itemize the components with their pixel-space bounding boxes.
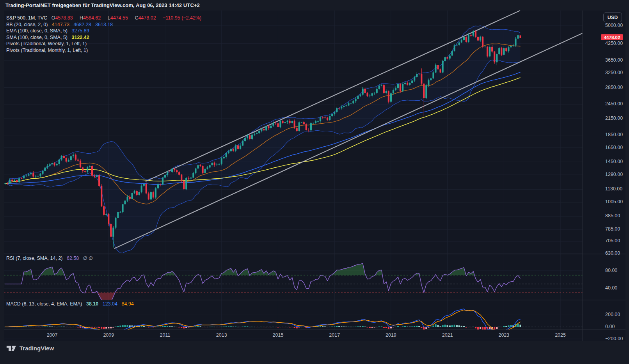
axis-label: 885.00 (605, 213, 620, 218)
tradingview-brand-text[interactable]: TradingView (20, 345, 54, 352)
bb-basis-value: 4147.73 (52, 22, 69, 27)
axis-label: 630.00 (605, 250, 620, 256)
change-value: −110.95 (−2.42%) (163, 15, 201, 21)
chart-canvas[interactable] (0, 0, 629, 364)
axis-label: 1850.00 (605, 132, 623, 137)
time-axis-year-label: 2019 (386, 332, 396, 338)
time-axis-year-label: 2015 (273, 332, 284, 338)
axis-label: 1005.00 (605, 199, 623, 204)
time-axis-year-label: 2017 (329, 332, 340, 338)
time-axis-year-label: 2009 (103, 332, 114, 338)
time-axis-year-label: 2007 (47, 332, 58, 338)
sma-value: 3122.42 (72, 35, 89, 40)
axis-label: 1130.00 (605, 186, 622, 192)
close-value: 4478.02 (138, 15, 156, 21)
legend-row-macd[interactable]: MACD (6, 13, close, 4, EMA, EMA) 38.10 1… (6, 301, 137, 307)
axis-label: 200.00 (605, 312, 620, 317)
axis-label: 5000.00 (605, 23, 623, 28)
axis-label: 2850.00 (605, 85, 623, 90)
axis-label: 2450.00 (605, 101, 623, 107)
axis-label: 3650.00 (605, 57, 623, 63)
legend-row-bb[interactable]: BB (20, close, 2, 0) 4147.73 4682.28 361… (6, 22, 115, 27)
tradingview-chart-window: Trading-PortalNET freigegeben für Tradin… (0, 0, 629, 364)
axis-label: 40.00 (605, 285, 617, 291)
bb-lower-value: 3613.18 (95, 22, 113, 27)
tradingview-logo-icon[interactable] (6, 344, 16, 352)
legend-row-rsi[interactable]: RSI (7, close, SMA, 14, 2) 62.58 ∅ ∅ (6, 255, 93, 261)
rsi-hidden-ma: ∅ ∅ (83, 256, 93, 261)
time-axis-year-label: 2011 (160, 332, 171, 338)
legend-row-symbol[interactable]: S&P 500, 1M, TVC O4578.83 H4584.62 L4474… (6, 15, 204, 21)
currency-button[interactable]: USD (603, 12, 622, 22)
rsi-value: 62.58 (67, 256, 79, 261)
high-value: 4584.62 (83, 15, 101, 21)
symbol-title: S&P 500, 1M, TVC (6, 15, 47, 21)
axis-label: 705.00 (605, 238, 620, 243)
axis-label: 1290.00 (605, 172, 623, 177)
macd-line-value: 123.04 (103, 301, 117, 307)
macd-signal-value: 84.94 (121, 301, 133, 307)
axis-label: 4250.00 (605, 41, 623, 46)
time-axis-year-label: 2021 (442, 332, 453, 338)
axis-label: 80.00 (605, 268, 617, 273)
axis-label: −200.00 (605, 336, 623, 341)
time-axis-year-label: 2023 (498, 332, 509, 338)
legend-row-pivots-monthly[interactable]: Pivots (Traditional, Monthly, 1, Left, 1… (6, 48, 91, 53)
legend-row-pivots-weekly[interactable]: Pivots (Traditional, Weekly, 1, Left, 1) (6, 41, 89, 46)
axis-label: 0.00 (605, 324, 615, 329)
macd-hist-value: 38.10 (86, 301, 98, 307)
time-axis-year-label: 2025 (555, 332, 566, 338)
low-value: 4474.55 (110, 15, 128, 21)
legend-row-ema[interactable]: EMA (100, close, 0, SMA, 5) 3275.89 (6, 28, 92, 34)
legend-row-sma[interactable]: SMA (100, close, 0, SMA, 5) 3122.42 (6, 35, 92, 40)
attribution-bar: TradingView (6, 344, 54, 352)
axis-label: 1650.00 (605, 145, 623, 150)
ema-value: 3275.89 (72, 28, 89, 34)
last-price-tag: 4478.02 (601, 34, 623, 40)
time-axis-year-label: 2013 (216, 332, 227, 338)
bb-upper-value: 4682.28 (73, 22, 91, 27)
open-value: 4578.83 (55, 15, 73, 21)
axis-label: 785.00 (605, 226, 620, 232)
axis-label: 1450.00 (605, 159, 623, 164)
axis-label: 3250.00 (605, 70, 623, 75)
axis-label: 2150.00 (605, 115, 623, 121)
